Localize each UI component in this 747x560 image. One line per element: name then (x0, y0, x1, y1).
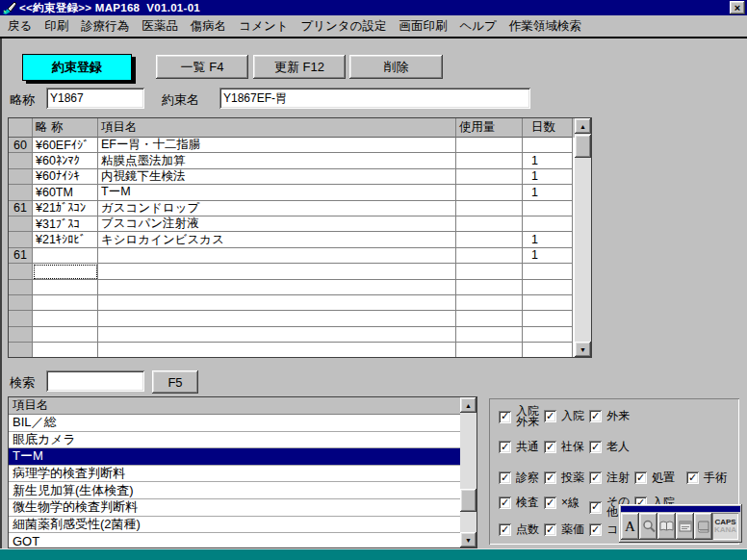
filter-injection[interactable]: ✓ 注射 (589, 471, 630, 484)
filter-points[interactable]: ✓ 点数 (499, 523, 539, 536)
list-item[interactable]: GOT (9, 533, 460, 548)
item-name-cell[interactable]: キシロカインビスカス (98, 232, 456, 247)
filter-surgery[interactable]: ✓ 手術 (686, 471, 727, 484)
usage-cell[interactable] (456, 343, 523, 358)
scroll-up-icon[interactable]: ▲ (460, 397, 477, 413)
abbr-cell[interactable]: ¥21ｶﾞｽｺﾝ (33, 201, 98, 216)
search-f5-button[interactable]: F5 (152, 370, 198, 394)
list-item[interactable]: 微生物学的検査判断料 (9, 499, 460, 517)
list-item[interactable]: BIL／総 (9, 415, 460, 432)
filter-test[interactable]: ✓ 検査 (499, 496, 539, 509)
days-cell[interactable]: 1 (523, 169, 573, 185)
checkbox[interactable]: ✓ (589, 501, 602, 514)
usage-cell[interactable] (456, 327, 523, 343)
checkbox[interactable]: ✓ (544, 496, 556, 509)
checkbox[interactable]: ✓ (544, 441, 556, 453)
usage-cell[interactable] (456, 232, 523, 247)
abbr-cell[interactable] (33, 343, 98, 358)
filter-xray[interactable]: ✓ ×線 (544, 496, 580, 509)
days-cell[interactable]: 1 (523, 248, 573, 264)
abbr-input[interactable] (46, 88, 144, 109)
scroll-up-icon[interactable]: ▲ (575, 118, 591, 134)
usage-cell[interactable] (456, 216, 523, 232)
usage-cell[interactable] (456, 248, 523, 264)
checkbox[interactable]: ✓ (589, 441, 602, 453)
row-number-cell[interactable] (9, 232, 33, 247)
menu-item-printer-settings[interactable]: プリンタの設定 (300, 18, 386, 35)
filter-outpatient[interactable]: ✓ 外来 (589, 410, 630, 422)
menu-item-comment[interactable]: コメント (239, 18, 288, 35)
menu-item-disease-names[interactable]: 傷病名 (191, 18, 227, 35)
grid-scrollbar-thumb[interactable] (575, 135, 591, 158)
abbr-cell[interactable]: ¥60EFｲｼﾞ (33, 138, 98, 153)
item-name-cell[interactable]: EFー胃・十二指腸 (98, 138, 456, 153)
filter-drug-price[interactable]: ✓ 薬価 (544, 523, 584, 536)
filter-common[interactable]: ✓ 共通 (499, 441, 539, 453)
scroll-down-icon[interactable]: ▼ (460, 532, 477, 547)
abbr-cell[interactable]: ¥21ｷｼﾛﾋﾞ (33, 232, 98, 247)
abbr-cell[interactable] (33, 248, 98, 264)
item-name-cell[interactable] (98, 264, 456, 279)
list-f4-button[interactable]: 一覧 F4 (156, 55, 248, 79)
checkbox[interactable]: ✓ (589, 523, 602, 536)
item-name-cell[interactable] (98, 343, 456, 358)
checkbox[interactable]: ✓ (499, 441, 511, 453)
list-scrollbar-thumb[interactable] (460, 489, 477, 512)
item-name-cell[interactable]: ブスコパン注射液 (98, 216, 456, 232)
row-number-cell[interactable] (9, 153, 33, 168)
delete-button[interactable]: 削除 (349, 55, 443, 79)
checkbox[interactable]: ✓ (499, 411, 511, 423)
row-number-cell[interactable] (9, 280, 33, 295)
filter-elderly[interactable]: ✓ 老人 (589, 441, 630, 453)
item-name-cell[interactable] (98, 280, 456, 295)
open-book-icon[interactable] (657, 513, 676, 540)
row-number-cell[interactable]: 60 (9, 138, 33, 153)
list-item[interactable]: 病理学的検査判断料 (9, 466, 460, 483)
days-cell[interactable] (523, 201, 573, 216)
search-input[interactable] (46, 370, 144, 392)
dictionary-book-icon[interactable] (694, 513, 712, 540)
days-cell[interactable] (523, 280, 573, 295)
filter-medication[interactable]: ✓ 投薬 (544, 471, 584, 484)
row-number-cell[interactable] (9, 343, 33, 358)
row-number-cell[interactable] (9, 295, 33, 311)
menu-item-help[interactable]: ヘルプ (459, 18, 496, 35)
filter-inpatient[interactable]: ✓ 入院 (544, 410, 584, 422)
row-number-cell[interactable] (9, 185, 33, 200)
abbr-cell[interactable]: ¥60ﾈﾝﾏｸ (33, 153, 98, 168)
checkbox[interactable]: ✓ (499, 471, 511, 484)
abbr-cell[interactable]: ¥60ﾅｲｼｷ (33, 169, 98, 185)
checkbox[interactable]: ✓ (499, 496, 511, 509)
list-item[interactable]: 細菌薬剤感受性(2菌種) (9, 517, 460, 534)
row-number-cell[interactable]: 61 (9, 248, 33, 264)
item-name-cell[interactable]: 内視鏡下生検法 (98, 169, 456, 185)
ime-drag-bar[interactable] (621, 506, 740, 512)
item-name-cell[interactable]: 粘膜点墨法加算 (98, 153, 456, 168)
ime-input-mode-button[interactable]: A (621, 513, 639, 540)
filter-treatment[interactable]: ✓ 処置 (634, 471, 675, 484)
usage-cell[interactable] (456, 295, 523, 311)
menu-item-drugs[interactable]: 医薬品 (142, 18, 178, 35)
usage-cell[interactable] (456, 311, 523, 326)
list-item-selected[interactable]: TーM (9, 448, 460, 466)
update-f12-button[interactable]: 更新 F12 (253, 55, 346, 79)
scroll-down-icon[interactable]: ▼ (575, 342, 591, 357)
abbr-cell[interactable] (33, 295, 98, 311)
list-item[interactable]: 新生児加算(生体検査) (9, 482, 460, 499)
checkbox[interactable]: ✓ (686, 471, 699, 484)
days-cell[interactable] (523, 311, 573, 326)
row-number-cell[interactable] (9, 327, 33, 343)
promise-name-input[interactable] (219, 88, 530, 109)
checkbox[interactable]: ✓ (544, 410, 556, 422)
item-name-cell[interactable] (98, 295, 456, 311)
usage-cell[interactable] (456, 169, 523, 185)
days-cell[interactable] (523, 138, 573, 153)
usage-cell[interactable] (456, 153, 523, 168)
register-promise-button[interactable]: 約束登録 (22, 54, 132, 81)
row-number-cell[interactable] (9, 311, 33, 326)
grid-vertical-scrollbar[interactable]: ▲ ▼ (575, 118, 591, 357)
close-icon[interactable]: × (730, 1, 745, 14)
row-number-cell[interactable] (9, 169, 33, 185)
filter-social-insurance[interactable]: ✓ 社保 (544, 441, 584, 453)
item-name-cell[interactable] (98, 248, 456, 264)
